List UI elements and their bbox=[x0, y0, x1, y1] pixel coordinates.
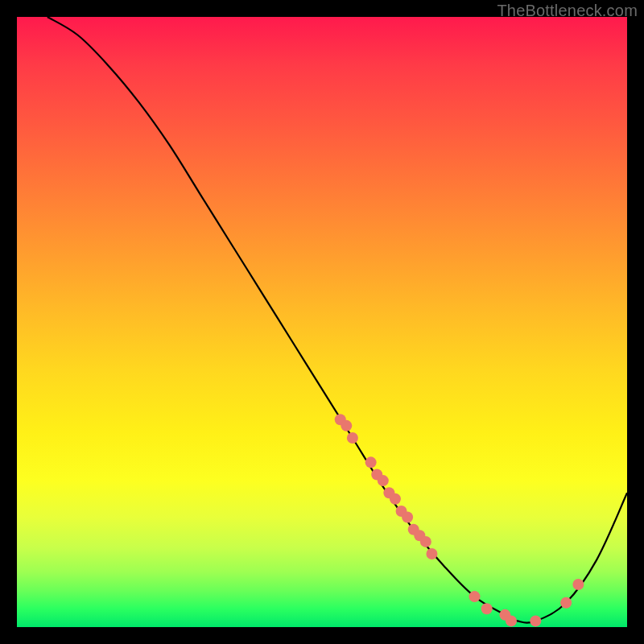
bottleneck-curve bbox=[47, 17, 627, 623]
curve-markers bbox=[335, 414, 584, 626]
data-point-marker bbox=[469, 591, 481, 602]
data-point-marker bbox=[341, 420, 352, 431]
data-point-marker bbox=[347, 432, 358, 444]
plot-area bbox=[17, 17, 627, 627]
data-point-marker bbox=[530, 615, 541, 626]
data-point-marker bbox=[572, 579, 584, 590]
chart-svg bbox=[17, 17, 627, 627]
data-point-marker bbox=[378, 475, 389, 486]
data-point-marker bbox=[426, 548, 437, 559]
data-point-marker bbox=[420, 536, 431, 547]
data-point-marker bbox=[365, 456, 377, 468]
data-point-marker bbox=[560, 597, 572, 609]
data-point-marker bbox=[402, 512, 413, 523]
data-point-marker bbox=[390, 493, 401, 505]
outer-frame: TheBottleneck.com bbox=[0, 0, 644, 644]
watermark-text: TheBottleneck.com bbox=[497, 2, 638, 20]
data-point-marker bbox=[481, 603, 493, 614]
data-point-marker bbox=[506, 615, 517, 626]
